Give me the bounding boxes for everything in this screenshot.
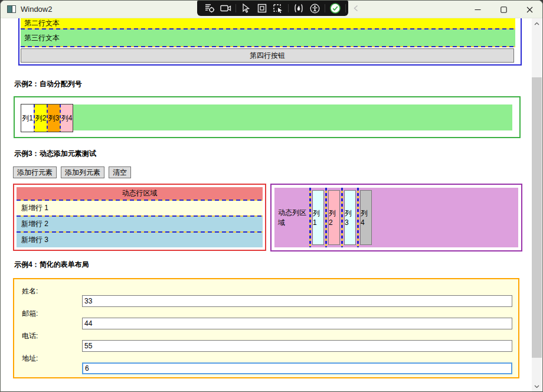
close-icon bbox=[526, 6, 533, 13]
chevron-down-icon bbox=[534, 385, 539, 388]
dashed-separator bbox=[341, 188, 343, 247]
dynamic-row-panel: 动态行区域 新增行 1 新增行 2 新增行 3 bbox=[13, 184, 266, 251]
phone-label: 电话: bbox=[22, 331, 38, 341]
address-label: 地址: bbox=[22, 354, 38, 364]
dynamic-row-2: 新增行 2 bbox=[17, 217, 263, 231]
chevron-up-icon bbox=[534, 22, 539, 25]
example3-button-row: 添加行元素 添加列元素 清空 bbox=[13, 166, 131, 178]
accessibility-checker-icon[interactable] bbox=[309, 3, 320, 14]
example2-title: 示例2：自动分配列号 bbox=[14, 79, 82, 89]
window-title: Window2 bbox=[21, 5, 52, 14]
clear-button[interactable]: 清空 bbox=[109, 166, 131, 178]
app-window: Window2 bbox=[0, 0, 543, 392]
select-element-arrow-icon[interactable] bbox=[240, 3, 252, 14]
dynamic-column-2: 列2 bbox=[328, 190, 340, 245]
dynamic-row-1: 新增行 1 bbox=[17, 201, 263, 215]
close-button[interactable] bbox=[516, 1, 542, 18]
minimize-icon bbox=[475, 6, 481, 13]
dashed-separator bbox=[357, 188, 359, 247]
dynamic-row-header: 动态行区域 bbox=[17, 187, 263, 200]
form-container: 姓名: 邮箱: 电话: 地址: bbox=[13, 278, 519, 378]
screen-capture-icon[interactable] bbox=[220, 3, 231, 14]
address-field[interactable] bbox=[82, 362, 512, 374]
dynamic-column-1: 列1 bbox=[312, 190, 324, 245]
client-area: 第二行文本 第三行文本 第四行按钮 示例2：自动分配列号 列1 列2 列3 列4… bbox=[1, 18, 532, 392]
hot-reload-success-check-icon[interactable] bbox=[329, 3, 341, 14]
scroll-up-button[interactable] bbox=[532, 18, 542, 28]
vertical-scrollbar[interactable] bbox=[532, 18, 542, 391]
dashed-separator bbox=[309, 188, 311, 247]
window-app-icon bbox=[7, 5, 16, 13]
example1-row3-label: 第三行文本 bbox=[24, 33, 60, 43]
maximize-icon bbox=[501, 6, 507, 13]
example1-row4-button[interactable]: 第四行按钮 bbox=[21, 48, 514, 63]
phone-field[interactable] bbox=[82, 340, 512, 352]
maximize-button[interactable] bbox=[490, 1, 516, 18]
example2-cell-group: 列1 列2 列3 列4 bbox=[21, 104, 73, 132]
name-field[interactable] bbox=[82, 295, 512, 307]
collapse-chevron-icon[interactable] bbox=[350, 3, 362, 14]
display-layout-adorners-icon[interactable] bbox=[256, 3, 268, 14]
live-visual-tree-icon[interactable] bbox=[204, 3, 215, 14]
scroll-down-button[interactable] bbox=[532, 381, 542, 391]
example2-cell-2: 列2 bbox=[35, 104, 47, 132]
dynamic-column-label: 动态列区域 bbox=[274, 188, 308, 247]
dashed-separator bbox=[325, 188, 327, 247]
example2-cell-1: 列1 bbox=[21, 104, 34, 132]
add-column-button[interactable]: 添加列元素 bbox=[61, 166, 104, 178]
dashed-separator bbox=[21, 46, 515, 47]
example1-row3: 第三行文本 bbox=[21, 30, 515, 46]
example2-green-bar bbox=[21, 104, 512, 130]
element-picker-icon[interactable] bbox=[272, 3, 284, 14]
example4-title: 示例4：简化的表单布局 bbox=[14, 260, 89, 270]
add-row-button[interactable]: 添加行元素 bbox=[13, 166, 57, 178]
example1-row4-button-label: 第四行按钮 bbox=[250, 51, 285, 61]
example2-cell-3: 列3 bbox=[48, 104, 60, 132]
example3-title: 示例3：动态添加元素测试 bbox=[14, 149, 96, 159]
email-field[interactable] bbox=[82, 318, 512, 329]
debug-toolbar bbox=[197, 1, 348, 16]
example1-row2-label: 第二行文本 bbox=[24, 18, 60, 28]
dynamic-column-3: 列3 bbox=[344, 190, 356, 245]
dynamic-row-3: 新增行 3 bbox=[17, 233, 263, 247]
hot-reload-icon[interactable] bbox=[293, 3, 305, 14]
example1-row2: 第二行文本 bbox=[21, 18, 515, 28]
scrollbar-thumb[interactable] bbox=[532, 77, 542, 358]
name-label: 姓名: bbox=[22, 286, 38, 296]
minimize-button[interactable] bbox=[465, 1, 490, 18]
example2-cell-4: 列4 bbox=[61, 104, 73, 132]
dynamic-column-4: 列4 bbox=[360, 190, 372, 245]
dynamic-column-panel: 动态列区域 列1 列2 列3 列4 bbox=[270, 184, 522, 251]
email-label: 邮箱: bbox=[22, 309, 38, 319]
